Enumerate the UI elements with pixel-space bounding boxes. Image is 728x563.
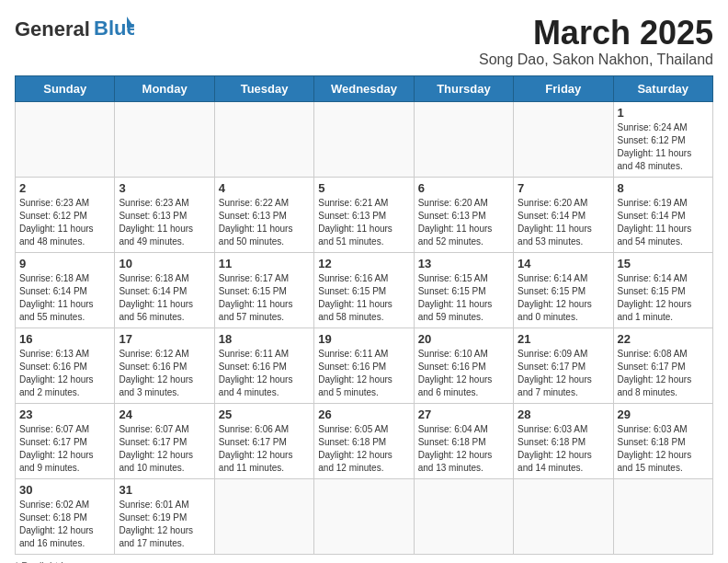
day-info: Sunrise: 6:23 AMSunset: 6:13 PMDaylight:… — [119, 197, 210, 248]
calendar-cell — [115, 101, 214, 177]
day-number: 16 — [19, 332, 110, 346]
calendar-cell — [613, 478, 712, 554]
header: General Blue March 2025 Song Dao, Sakon … — [15, 15, 713, 68]
calendar-cell — [414, 101, 513, 177]
day-info: Sunrise: 6:18 AMSunset: 6:14 PMDaylight:… — [119, 272, 210, 324]
calendar-cell: 6Sunrise: 6:20 AMSunset: 6:13 PMDaylight… — [414, 177, 513, 252]
day-header-sunday: Sunday — [16, 75, 115, 101]
calendar-cell: 3Sunrise: 6:23 AMSunset: 6:13 PMDaylight… — [115, 177, 214, 252]
day-info: Sunrise: 6:22 AMSunset: 6:13 PMDaylight:… — [219, 197, 310, 248]
calendar-cell: 22Sunrise: 6:08 AMSunset: 6:17 PMDayligh… — [613, 327, 712, 403]
calendar-cell: 23Sunrise: 6:07 AMSunset: 6:17 PMDayligh… — [16, 403, 115, 478]
day-info: Sunrise: 6:20 AMSunset: 6:13 PMDaylight:… — [418, 197, 509, 248]
day-number: 28 — [518, 408, 609, 421]
day-info: Sunrise: 6:08 AMSunset: 6:17 PMDaylight:… — [618, 348, 709, 399]
day-number: 13 — [418, 257, 509, 270]
day-number: 15 — [618, 257, 709, 270]
calendar-cell: 4Sunrise: 6:22 AMSunset: 6:13 PMDaylight… — [214, 177, 313, 252]
location-subtitle: Song Dao, Sakon Nakhon, Thailand — [479, 52, 713, 68]
day-number: 6 — [418, 181, 509, 195]
day-number: 24 — [119, 408, 210, 421]
daylight-label: Daylight hours — [21, 560, 85, 563]
day-info: Sunrise: 6:03 AMSunset: 6:18 PMDaylight:… — [618, 423, 709, 475]
day-number: 23 — [19, 408, 110, 421]
calendar-cell: 18Sunrise: 6:11 AMSunset: 6:16 PMDayligh… — [214, 327, 313, 403]
calendar-cell: 13Sunrise: 6:15 AMSunset: 6:15 PMDayligh… — [414, 252, 513, 327]
calendar-cell — [414, 478, 513, 554]
day-info: Sunrise: 6:18 AMSunset: 6:14 PMDaylight:… — [19, 272, 110, 324]
day-header-saturday: Saturday — [613, 75, 712, 101]
calendar-cell: 20Sunrise: 6:10 AMSunset: 6:16 PMDayligh… — [414, 327, 513, 403]
day-number: 30 — [19, 483, 110, 497]
calendar-cell: 15Sunrise: 6:14 AMSunset: 6:15 PMDayligh… — [613, 252, 712, 327]
day-header-monday: Monday — [115, 75, 214, 101]
day-info: Sunrise: 6:06 AMSunset: 6:17 PMDaylight:… — [219, 423, 310, 475]
day-header-wednesday: Wednesday — [314, 75, 414, 101]
calendar-cell: 11Sunrise: 6:17 AMSunset: 6:15 PMDayligh… — [214, 252, 313, 327]
day-info: Sunrise: 6:21 AMSunset: 6:13 PMDaylight:… — [318, 197, 409, 248]
day-info: Sunrise: 6:12 AMSunset: 6:16 PMDaylight:… — [119, 348, 210, 399]
day-info: Sunrise: 6:02 AMSunset: 6:18 PMDaylight:… — [19, 499, 110, 550]
calendar-cell: 25Sunrise: 6:06 AMSunset: 6:17 PMDayligh… — [214, 403, 313, 478]
calendar-cell — [214, 101, 313, 177]
day-info: Sunrise: 6:24 AMSunset: 6:12 PMDaylight:… — [618, 121, 709, 173]
logo-general: General — [15, 19, 90, 40]
day-number: 22 — [618, 332, 709, 346]
day-number: 7 — [518, 181, 609, 195]
day-info: Sunrise: 6:15 AMSunset: 6:15 PMDaylight:… — [418, 272, 509, 324]
calendar-cell: 19Sunrise: 6:11 AMSunset: 6:16 PMDayligh… — [314, 327, 414, 403]
day-info: Sunrise: 6:09 AMSunset: 6:17 PMDaylight:… — [518, 348, 609, 399]
logo-blue-icon: Blue — [94, 15, 134, 44]
calendar-cell: 2Sunrise: 6:23 AMSunset: 6:12 PMDaylight… — [16, 177, 115, 252]
calendar-cell: 10Sunrise: 6:18 AMSunset: 6:14 PMDayligh… — [115, 252, 214, 327]
day-info: Sunrise: 6:10 AMSunset: 6:16 PMDaylight:… — [418, 348, 509, 399]
day-number: 19 — [318, 332, 409, 346]
calendar-cell — [514, 478, 613, 554]
day-info: Sunrise: 6:14 AMSunset: 6:15 PMDaylight:… — [518, 272, 609, 324]
calendar-cell: 1Sunrise: 6:24 AMSunset: 6:12 PMDaylight… — [613, 101, 712, 177]
day-header-friday: Friday — [514, 75, 613, 101]
day-info: Sunrise: 6:04 AMSunset: 6:18 PMDaylight:… — [418, 423, 509, 475]
day-info: Sunrise: 6:17 AMSunset: 6:15 PMDaylight:… — [219, 272, 310, 324]
day-header-thursday: Thursday — [414, 75, 513, 101]
title-block: March 2025 Song Dao, Sakon Nakhon, Thail… — [479, 15, 713, 68]
month-title: March 2025 — [479, 15, 713, 52]
day-info: Sunrise: 6:07 AMSunset: 6:17 PMDaylight:… — [119, 423, 210, 475]
calendar-cell: 26Sunrise: 6:05 AMSunset: 6:18 PMDayligh… — [314, 403, 414, 478]
calendar-cell: 12Sunrise: 6:16 AMSunset: 6:15 PMDayligh… — [314, 252, 414, 327]
footer-note: * Daylight hours — [15, 560, 713, 563]
day-number: 9 — [19, 257, 110, 270]
calendar-cell — [314, 101, 414, 177]
calendar-cell: 16Sunrise: 6:13 AMSunset: 6:16 PMDayligh… — [16, 327, 115, 403]
calendar-cell: 21Sunrise: 6:09 AMSunset: 6:17 PMDayligh… — [514, 327, 613, 403]
day-number: 31 — [119, 483, 210, 497]
calendar-cell — [314, 478, 414, 554]
day-info: Sunrise: 6:19 AMSunset: 6:14 PMDaylight:… — [618, 197, 709, 248]
day-info: Sunrise: 6:07 AMSunset: 6:17 PMDaylight:… — [19, 423, 110, 475]
day-number: 12 — [318, 257, 409, 270]
calendar-cell — [514, 101, 613, 177]
day-number: 20 — [418, 332, 509, 346]
day-info: Sunrise: 6:05 AMSunset: 6:18 PMDaylight:… — [318, 423, 409, 475]
day-number: 18 — [219, 332, 310, 346]
day-number: 27 — [418, 408, 509, 421]
calendar-table: SundayMondayTuesdayWednesdayThursdayFrid… — [15, 75, 713, 555]
calendar-cell: 8Sunrise: 6:19 AMSunset: 6:14 PMDaylight… — [613, 177, 712, 252]
day-number: 21 — [518, 332, 609, 346]
day-info: Sunrise: 6:14 AMSunset: 6:15 PMDaylight:… — [618, 272, 709, 324]
day-info: Sunrise: 6:20 AMSunset: 6:14 PMDaylight:… — [518, 197, 609, 248]
calendar-cell: 14Sunrise: 6:14 AMSunset: 6:15 PMDayligh… — [514, 252, 613, 327]
calendar-cell: 24Sunrise: 6:07 AMSunset: 6:17 PMDayligh… — [115, 403, 214, 478]
day-number: 11 — [219, 257, 310, 270]
calendar-cell: 9Sunrise: 6:18 AMSunset: 6:14 PMDaylight… — [16, 252, 115, 327]
day-number: 17 — [119, 332, 210, 346]
day-number: 2 — [19, 181, 110, 195]
calendar-cell: 27Sunrise: 6:04 AMSunset: 6:18 PMDayligh… — [414, 403, 513, 478]
day-info: Sunrise: 6:03 AMSunset: 6:18 PMDaylight:… — [518, 423, 609, 475]
logo: General Blue — [15, 15, 134, 44]
calendar-cell: 5Sunrise: 6:21 AMSunset: 6:13 PMDaylight… — [314, 177, 414, 252]
day-number: 8 — [618, 181, 709, 195]
day-info: Sunrise: 6:11 AMSunset: 6:16 PMDaylight:… — [219, 348, 310, 399]
calendar-cell: 29Sunrise: 6:03 AMSunset: 6:18 PMDayligh… — [613, 403, 712, 478]
day-info: Sunrise: 6:01 AMSunset: 6:19 PMDaylight:… — [119, 499, 210, 550]
